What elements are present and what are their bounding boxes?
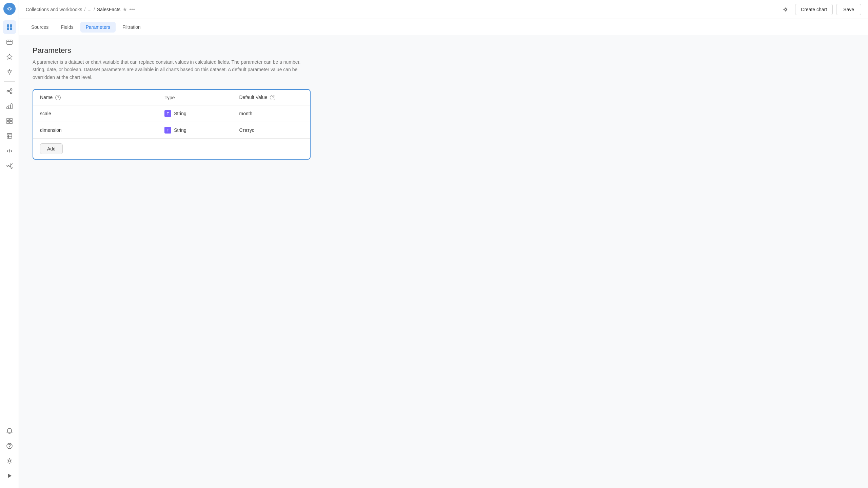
- sidebar-item-settings[interactable]: [3, 454, 16, 468]
- breadcrumb: Collections and workbooks / ... / SalesF…: [26, 6, 777, 13]
- topbar: Collections and workbooks / ... / SalesF…: [19, 0, 868, 19]
- save-button[interactable]: Save: [836, 4, 861, 15]
- svg-point-8: [10, 89, 12, 90]
- sidebar: [0, 0, 19, 488]
- sidebar-item-inbox[interactable]: [3, 35, 16, 49]
- breadcrumb-sep2: /: [94, 7, 95, 12]
- tab-fields[interactable]: Fields: [55, 22, 79, 33]
- breadcrumb-current[interactable]: SalesFacts: [97, 7, 120, 12]
- sidebar-item-help[interactable]: [3, 439, 16, 453]
- column-header-type: Type: [158, 90, 232, 105]
- sidebar-item-favorites[interactable]: [3, 50, 16, 64]
- add-button-cell: Add: [33, 139, 310, 159]
- sidebar-bottom-icons: [3, 424, 16, 485]
- svg-rect-3: [7, 27, 9, 30]
- content-area: Parameters A parameter is a dataset or c…: [19, 35, 868, 488]
- more-options-icon[interactable]: •••: [129, 6, 135, 13]
- breadcrumb-root[interactable]: Collections and workbooks: [26, 7, 82, 12]
- svg-point-20: [11, 167, 12, 168]
- svg-rect-4: [10, 27, 12, 30]
- svg-point-18: [7, 165, 8, 166]
- string-type-icon: T: [164, 110, 171, 117]
- param-default-dimension: Статус: [233, 122, 310, 139]
- svg-point-21: [9, 165, 10, 166]
- sidebar-divider-1: [4, 81, 15, 82]
- table-row[interactable]: scale T String month: [33, 105, 310, 122]
- sidebar-item-alerts[interactable]: [3, 65, 16, 79]
- sidebar-item-apps[interactable]: [3, 20, 16, 34]
- parameters-table-container: Name ? Type Default Value ?: [33, 89, 311, 160]
- svg-rect-16: [10, 121, 12, 124]
- svg-point-23: [9, 448, 9, 448]
- tab-filtration[interactable]: Filtration: [117, 22, 146, 33]
- sidebar-item-scripts[interactable]: [3, 144, 16, 158]
- sidebar-play-button[interactable]: [3, 469, 16, 483]
- svg-rect-12: [11, 104, 12, 109]
- main-area: Collections and workbooks / ... / SalesF…: [19, 0, 868, 488]
- svg-point-19: [11, 163, 12, 164]
- page-title: Parameters: [33, 46, 854, 55]
- svg-rect-5: [7, 40, 12, 44]
- name-help-icon[interactable]: ?: [55, 95, 61, 100]
- tabbar: Sources Fields Parameters Filtration: [19, 19, 868, 35]
- tab-sources[interactable]: Sources: [26, 22, 54, 33]
- page-description: A parameter is a dataset or chart variab…: [33, 58, 304, 81]
- sidebar-item-bell[interactable]: [3, 424, 16, 438]
- favorite-star-icon[interactable]: ★: [122, 6, 127, 13]
- app-logo[interactable]: [3, 3, 16, 15]
- column-header-default-value: Default Value ?: [233, 90, 310, 105]
- create-chart-button[interactable]: Create chart: [795, 4, 833, 15]
- svg-point-7: [7, 90, 8, 92]
- svg-point-24: [8, 460, 11, 462]
- sidebar-item-connections2[interactable]: [3, 159, 16, 172]
- table-row[interactable]: dimension T String Статус: [33, 122, 310, 139]
- svg-rect-2: [10, 24, 12, 27]
- svg-rect-11: [9, 105, 10, 109]
- sidebar-item-charts[interactable]: [3, 99, 16, 113]
- param-type-dimension: T String: [158, 122, 232, 139]
- svg-rect-10: [7, 107, 8, 109]
- sidebar-secondary-icons: [0, 83, 19, 174]
- default-value-help-icon[interactable]: ?: [270, 95, 275, 100]
- param-name-scale: scale: [33, 105, 158, 122]
- sidebar-main-icons: [0, 19, 19, 80]
- svg-point-0: [8, 8, 11, 10]
- sidebar-item-dashboards[interactable]: [3, 114, 16, 128]
- param-default-scale: month: [233, 105, 310, 122]
- breadcrumb-middle[interactable]: ...: [87, 7, 92, 12]
- breadcrumb-sep1: /: [84, 7, 86, 12]
- string-type-icon-2: T: [164, 127, 171, 134]
- topbar-actions: Create chart Save: [780, 3, 861, 16]
- add-parameter-button[interactable]: Add: [40, 143, 63, 154]
- param-name-dimension: dimension: [33, 122, 158, 139]
- svg-point-9: [10, 92, 12, 94]
- sidebar-item-datasets[interactable]: [3, 129, 16, 143]
- svg-point-26: [785, 8, 787, 11]
- column-header-name: Name ?: [33, 90, 158, 105]
- param-type-scale: T String: [158, 105, 232, 122]
- svg-marker-25: [8, 474, 12, 478]
- svg-rect-1: [7, 24, 9, 27]
- table-header-row: Name ? Type Default Value ?: [33, 90, 310, 105]
- parameters-table: Name ? Type Default Value ?: [33, 90, 310, 159]
- svg-point-6: [8, 70, 11, 73]
- sidebar-item-connections[interactable]: [3, 84, 16, 98]
- svg-rect-17: [7, 134, 12, 138]
- add-parameter-row: Add: [33, 139, 310, 159]
- tab-parameters[interactable]: Parameters: [80, 22, 116, 33]
- settings-button[interactable]: [780, 3, 792, 16]
